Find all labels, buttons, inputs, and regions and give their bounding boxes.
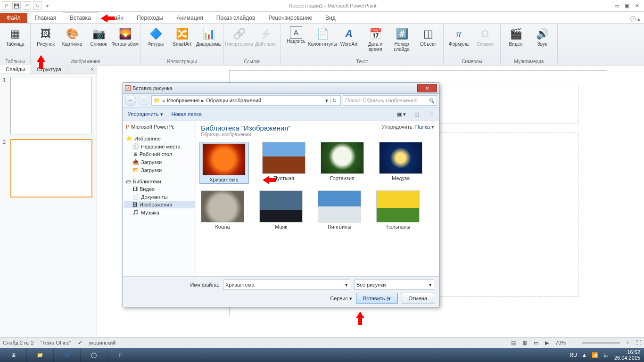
pane-tab-slides[interactable]: Слайды xyxy=(0,65,31,74)
tray-lang[interactable]: RU xyxy=(570,352,577,358)
file-koala[interactable]: Коала xyxy=(199,190,246,230)
screenshot-button[interactable]: 📷Снимок xyxy=(85,25,112,49)
dialog-close-button[interactable]: ✕ xyxy=(417,84,437,92)
zoom-out-icon[interactable]: − xyxy=(572,340,575,346)
undo-icon[interactable]: ↶ xyxy=(23,1,31,10)
view-reading-icon[interactable]: ▭ xyxy=(534,340,538,346)
tree-videos[interactable]: 🎞Видео xyxy=(124,185,195,193)
tab-review[interactable]: Рецензирование xyxy=(262,13,319,23)
object-button[interactable]: ◫Объект xyxy=(415,25,441,49)
tab-animations[interactable]: Анимация xyxy=(170,13,209,23)
file-lighthouse[interactable]: Маяк xyxy=(257,190,305,230)
tab-insert[interactable]: Вставка xyxy=(63,12,98,23)
tab-transitions[interactable]: Переходы xyxy=(130,13,170,23)
shapes-button[interactable]: 🔷Фигуры xyxy=(142,25,169,49)
filetype-dropdown[interactable]: Все рисунки▾ xyxy=(354,280,434,290)
breadcrumb[interactable]: 📁 « Изображения▸ Образцы изображений ▾ ↻ xyxy=(151,95,341,106)
tray-flag-icon[interactable]: ▲ xyxy=(582,352,587,358)
dialog-title-bar[interactable]: P Вставка рисунка ✕ xyxy=(123,83,439,94)
taskbar-chrome[interactable]: ◯ xyxy=(81,348,107,362)
zoom-fit-icon[interactable]: ⛶ xyxy=(636,340,641,346)
file-tulips[interactable]: Тюльпаны xyxy=(374,190,421,230)
tray-date[interactable]: 26.04.2015 xyxy=(614,355,640,361)
status-spellcheck-icon[interactable]: ✔ xyxy=(78,340,82,346)
window-title: Презентация1 - Microsoft PowerPoint xyxy=(51,3,614,8)
view-slideshow-icon[interactable]: ▶ xyxy=(545,340,549,346)
taskbar-explorer[interactable]: 📁 xyxy=(27,348,54,362)
redo-icon[interactable]: ↻ xyxy=(33,1,41,10)
datetime-button[interactable]: 📅Дата и время xyxy=(362,25,388,54)
tree-music[interactable]: 🎵Музыка xyxy=(124,208,195,216)
chart-button[interactable]: 📊Диаграмма xyxy=(195,25,222,49)
library-sort[interactable]: Упорядочить: Папка ▾ xyxy=(381,124,434,130)
save-icon[interactable]: 💾 xyxy=(12,1,21,10)
table-button[interactable]: ▦Таблица xyxy=(2,25,28,49)
file-penguins[interactable]: Пингвины xyxy=(316,190,363,230)
view-sorter-icon[interactable]: ▦ xyxy=(522,340,527,346)
taskbar-powerpoint[interactable]: P xyxy=(107,348,134,362)
textbox-button[interactable]: AНадпись xyxy=(283,25,309,46)
pane-close-icon[interactable]: × xyxy=(88,65,97,74)
tree-documents[interactable]: 📄Документы xyxy=(124,193,195,201)
tab-view[interactable]: Вид xyxy=(319,13,342,23)
refresh-icon[interactable]: ↻ xyxy=(330,98,339,104)
view-menu-button[interactable]: ▦ ▾ xyxy=(397,111,406,117)
slidenumber-button[interactable]: #️⃣Номер слайда xyxy=(388,25,415,54)
ribbon-help-icon[interactable]: ⓘ ▴ xyxy=(630,15,644,23)
insert-button[interactable]: Вставить |▾ xyxy=(356,293,398,304)
video-button[interactable]: 🎬Видео xyxy=(503,25,529,49)
file-chrysanthemum[interactable]: Хризантема xyxy=(199,142,249,184)
tab-slideshow[interactable]: Показ слайдов xyxy=(210,13,262,23)
clipart-button[interactable]: 🎨Картинка xyxy=(59,25,85,49)
tree-libraries[interactable]: 🗃Библиотеки xyxy=(124,178,195,185)
view-normal-icon[interactable]: ▤ xyxy=(511,340,516,346)
tree-pp[interactable]: PMicrosoft PowerPc xyxy=(124,123,195,131)
filename-input[interactable]: Хризантема▾ xyxy=(223,280,350,290)
tree-favorites[interactable]: ⭐Избранное xyxy=(124,134,195,142)
close-icon[interactable]: ✕ xyxy=(635,3,639,9)
tools-button[interactable]: Сервис ▾ xyxy=(330,296,352,302)
tray-network-icon[interactable]: 📶 xyxy=(592,352,598,358)
preview-pane-button[interactable]: ◫ xyxy=(414,111,419,117)
start-button[interactable]: ⊞ xyxy=(0,348,27,362)
slide-thumb-1[interactable]: 1 xyxy=(3,77,94,134)
pane-tab-outline[interactable]: Структура xyxy=(31,65,67,74)
zoom-in-icon[interactable]: + xyxy=(627,340,629,346)
cancel-button[interactable]: Отмена xyxy=(402,293,434,304)
tray-volume-icon[interactable]: 🔈 xyxy=(603,352,610,358)
zoom-slider[interactable] xyxy=(582,342,620,344)
tree-recent[interactable]: 🕘Недавние места xyxy=(124,142,195,150)
tray-time[interactable]: 16:52 xyxy=(614,349,640,355)
qat-more-icon[interactable]: ▾ xyxy=(43,2,51,9)
picture-button[interactable]: 🖼Рисунок xyxy=(33,25,59,49)
smartart-button[interactable]: 🔀SmartArt xyxy=(169,25,195,49)
crumb-2[interactable]: Образцы изображений xyxy=(206,98,261,103)
file-jellyfish[interactable]: Медуза xyxy=(377,142,424,184)
tree-desktop[interactable]: 🖥Рабочий стол xyxy=(124,150,195,158)
help-icon[interactable]: ❔ xyxy=(428,111,434,117)
status-language[interactable]: украинский xyxy=(89,340,116,346)
headerfooter-button[interactable]: 📄Колонтитулы xyxy=(309,25,336,49)
tab-file[interactable]: Файл xyxy=(0,13,27,23)
equation-button[interactable]: πФормула xyxy=(446,25,472,49)
organize-button[interactable]: Упорядочить ▾ xyxy=(128,111,163,117)
tab-design[interactable]: Дизайн xyxy=(98,13,130,23)
photoalbum-button[interactable]: 🌄Фотоальбом xyxy=(112,25,138,49)
tree-downloads-1[interactable]: 📥Загрузки xyxy=(124,158,195,166)
crumb-1[interactable]: Изображения xyxy=(167,98,199,103)
slide-thumb-2[interactable]: 2 xyxy=(3,139,94,197)
audio-button[interactable]: 🔊Звук xyxy=(529,25,555,49)
search-input[interactable]: Поиск: Образцы изображений 🔍 xyxy=(343,95,437,106)
tree-downloads-2[interactable]: 📂Загрузки xyxy=(124,166,195,174)
newfolder-button[interactable]: Новая папка xyxy=(172,111,202,117)
maximize-icon[interactable]: ▣ xyxy=(625,3,629,9)
dialog-bottom: Имя файла: Хризантема▾ Все рисунки▾ Серв… xyxy=(123,276,439,307)
file-hydrangeas[interactable]: Гортензия xyxy=(319,142,366,184)
minimize-icon[interactable]: ▭ xyxy=(614,3,619,9)
file-desert[interactable]: Пустыня xyxy=(260,142,307,184)
tab-home[interactable]: Главная xyxy=(28,13,63,23)
nav-back-button[interactable]: ← xyxy=(125,95,136,106)
wordart-button[interactable]: AWordArt xyxy=(336,25,362,49)
taskbar-word[interactable]: W xyxy=(54,348,81,362)
tree-images[interactable]: 🖼Изображения xyxy=(124,201,195,208)
